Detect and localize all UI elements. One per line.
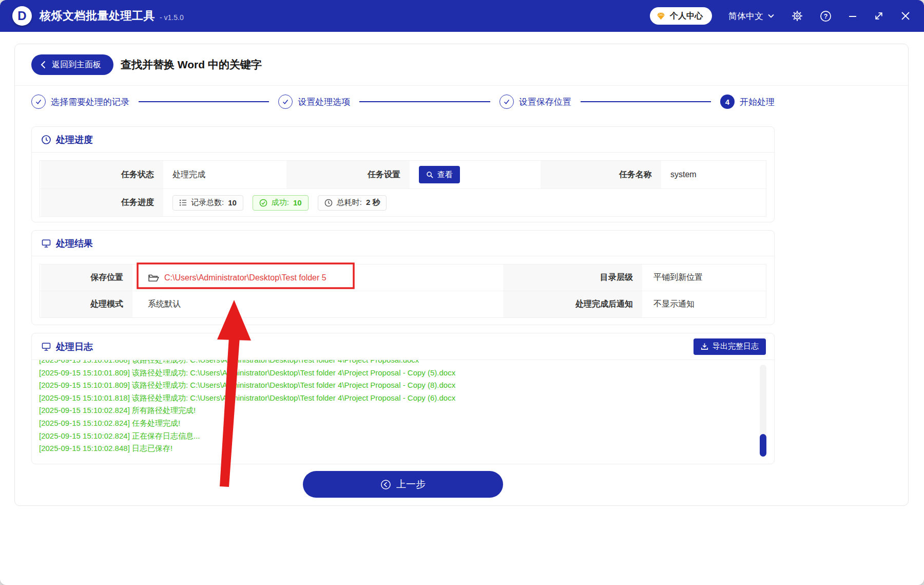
settings-button[interactable] <box>791 10 803 22</box>
log-lines: [2025-09-15 15:10:01.808] 该路径处理成功: C:\Us… <box>39 360 774 455</box>
check-icon <box>281 98 290 106</box>
step-connector <box>139 101 269 102</box>
log-section-header: 处理日志 导出完整日志 <box>32 333 774 360</box>
table-row: 任务进度 记录总数: 10 <box>40 189 766 216</box>
download-icon <box>701 343 708 350</box>
section-title: 处理结果 <box>56 237 93 250</box>
step-connector <box>581 101 711 102</box>
language-selector[interactable]: 简体中文 <box>728 10 775 22</box>
vip-gem-icon <box>656 11 666 21</box>
log-section: 处理日志 导出完整日志 [2025-09-15 15:10:01.808] 该路… <box>31 333 775 464</box>
folder-open-icon <box>148 273 159 282</box>
question-icon: ? <box>820 10 832 22</box>
task-settings-cell: 查看 <box>410 161 540 188</box>
stepper: 选择需要处理的记录 设置处理选项 设置保存位置 <box>31 86 775 118</box>
save-location-label: 保存位置 <box>40 265 132 291</box>
app-version: - v1.5.0 <box>160 13 184 22</box>
badge-value: 2 秒 <box>366 198 380 207</box>
step-connector <box>359 101 490 102</box>
step-check-circle <box>278 95 293 109</box>
maximize-icon <box>874 11 884 21</box>
list-icon <box>179 199 187 206</box>
close-icon <box>900 11 911 21</box>
badge-value: 10 <box>293 198 302 207</box>
notify-value: 不显示通知 <box>642 291 766 317</box>
step-save-location[interactable]: 设置保存位置 <box>499 95 571 109</box>
gear-icon <box>791 10 803 22</box>
previous-step-button[interactable]: 上一步 <box>303 471 503 498</box>
back-circle-icon <box>380 479 391 490</box>
step-start-processing[interactable]: 4 开始处理 <box>720 95 775 109</box>
preview-icon <box>426 171 434 179</box>
step-label: 开始处理 <box>740 96 775 108</box>
app-logo-icon: D <box>12 6 32 26</box>
process-mode-label: 处理模式 <box>40 291 132 317</box>
chevron-left-icon <box>40 60 46 69</box>
result-table: 保存位置 C:\Users\Administrator\Desktop\Test… <box>40 264 766 318</box>
result-section: 处理结果 保存位置 C:\Users\Administrator\Desktop… <box>31 230 775 325</box>
monitor-icon <box>41 238 51 249</box>
badge-label: 总耗时: <box>337 198 362 207</box>
language-label: 简体中文 <box>728 10 763 22</box>
badge-elapsed-time: 总耗时: 2 秒 <box>318 195 387 211</box>
svg-text:?: ? <box>824 12 828 20</box>
task-name-label: 任务名称 <box>540 161 661 188</box>
titlebar: D 核烁文档批量处理工具 - v1.5.0 个人中心 简体中文 <box>0 0 924 32</box>
log-line: [2025-09-15 15:10:02.824] 任务处理完成! <box>39 417 774 430</box>
step-select-records[interactable]: 选择需要处理的记录 <box>31 95 129 109</box>
table-row: 保存位置 C:\Users\Administrator\Desktop\Test… <box>40 265 766 291</box>
help-button[interactable]: ? <box>820 10 832 22</box>
badge-label: 记录总数: <box>191 198 224 207</box>
clock-icon <box>324 199 333 207</box>
step-number-circle: 4 <box>720 95 735 109</box>
step-label: 选择需要处理的记录 <box>51 96 129 108</box>
check-icon <box>503 98 511 106</box>
task-status-label: 任务状态 <box>40 161 163 188</box>
badge-value: 10 <box>228 198 237 207</box>
back-to-dashboard-button[interactable]: 返回到主面板 <box>31 54 113 75</box>
app-title: 核烁文档批量处理工具 <box>40 8 155 24</box>
footer: 上一步 <box>31 471 775 498</box>
task-progress-label: 任务进度 <box>40 189 163 216</box>
main-card: 返回到主面板 查找并替换 Word 中的关键字 选择需要处理的记录 <box>14 44 909 506</box>
log-line: [2025-09-15 15:10:02.848] 日志已保存! <box>39 442 774 455</box>
maximize-button[interactable] <box>874 11 884 21</box>
view-settings-button[interactable]: 查看 <box>419 166 460 183</box>
badge-total-records: 记录总数: 10 <box>172 195 243 211</box>
progress-section-header: 处理进度 <box>32 127 774 153</box>
clock-icon <box>41 135 51 145</box>
task-progress-badges: 记录总数: 10 成功: 10 <box>163 189 766 216</box>
log-line: [2025-09-15 15:10:01.808] 该路径处理成功: C:\Us… <box>39 360 774 367</box>
notify-label: 处理完成后通知 <box>502 291 642 317</box>
log-line: [2025-09-15 15:10:02.824] 正在保存日志信息... <box>39 430 774 443</box>
result-section-header: 处理结果 <box>32 231 774 256</box>
step-process-options[interactable]: 设置处理选项 <box>278 95 350 109</box>
chevron-down-icon <box>767 13 775 18</box>
check-icon <box>34 98 43 106</box>
page-header: 返回到主面板 查找并替换 Word 中的关键字 <box>15 44 908 86</box>
monitor-icon <box>41 342 51 352</box>
export-log-button[interactable]: 导出完整日志 <box>694 338 766 355</box>
minimize-button[interactable] <box>848 11 857 21</box>
check-circle-icon <box>259 199 267 207</box>
prev-button-label: 上一步 <box>396 478 426 491</box>
page-title: 查找并替换 Word 中的关键字 <box>121 58 262 72</box>
step-label: 设置保存位置 <box>519 96 571 108</box>
log-scrollbar-thumb[interactable] <box>760 434 766 457</box>
close-button[interactable] <box>900 11 911 21</box>
user-center-button[interactable]: 个人中心 <box>650 7 712 25</box>
table-row: 任务状态 处理完成 任务设置 查看 任务名称 system <box>40 161 766 189</box>
log-viewport: [2025-09-15 15:10:01.808] 该路径处理成功: C:\Us… <box>32 360 774 464</box>
step-check-circle <box>31 95 46 109</box>
task-settings-label: 任务设置 <box>285 161 410 188</box>
back-button-label: 返回到主面板 <box>52 60 101 70</box>
user-center-label: 个人中心 <box>670 11 703 22</box>
badge-success-count: 成功: 10 <box>253 195 309 211</box>
save-location-path: C:\Users\Administrator\Desktop\Test fold… <box>164 273 326 282</box>
log-line: [2025-09-15 15:10:02.824] 所有路径处理完成! <box>39 404 774 417</box>
log-line: [2025-09-15 15:10:01.809] 该路径处理成功: C:\Us… <box>39 367 774 380</box>
save-location-value[interactable]: C:\Users\Administrator\Desktop\Test fold… <box>132 265 502 291</box>
export-button-label: 导出完整日志 <box>713 342 759 351</box>
minimize-icon <box>848 11 857 21</box>
log-line: [2025-09-15 15:10:01.809] 该路径处理成功: C:\Us… <box>39 379 774 392</box>
